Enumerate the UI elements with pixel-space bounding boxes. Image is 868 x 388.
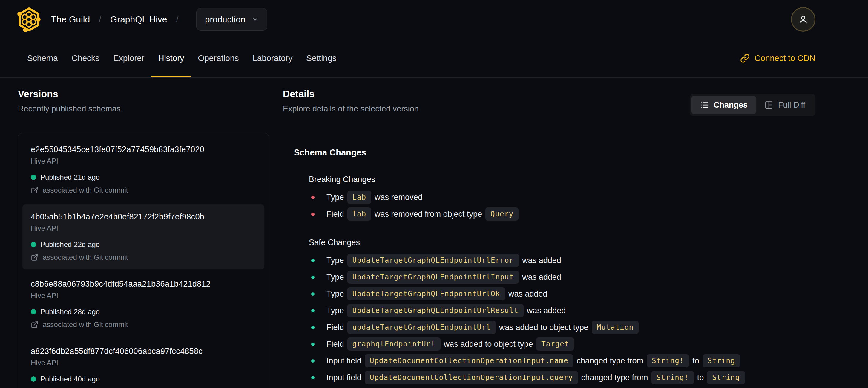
git-commit-link[interactable]: associated with Git commit	[31, 321, 256, 329]
change-bullet	[311, 292, 314, 296]
change-row: FieldgraphqlEndpointUrlwas added to obje…	[311, 337, 815, 351]
published-time: Published 40d ago	[40, 375, 100, 383]
version-item[interactable]: 4b05ab51b1b4a7e2e4b0ef82172f2b9f7ef98c0b…	[22, 205, 265, 269]
changes-toggle-label: Changes	[714, 100, 748, 110]
breadcrumb-project[interactable]: GraphQL Hive	[110, 14, 167, 25]
version-item[interactable]: e2e55045345ce13fe07f52a77459b83fa3fe7020…	[22, 137, 265, 202]
version-hash: c8b6e88a06793b9c4dfd54aaa21b36a1b421d812	[31, 279, 256, 289]
details-subtitle: Explore details of the selected version	[283, 104, 419, 114]
schema-token: Mutation	[592, 321, 639, 334]
list-icon	[700, 100, 709, 110]
page-tabs-bar: SchemaChecksExplorerHistoryOperationsLab…	[0, 39, 868, 78]
change-bullet	[311, 196, 314, 199]
change-text: was added to object type	[499, 323, 588, 332]
external-link-icon	[31, 253, 38, 261]
schema-changes-section: Schema Changes Breaking Changes TypeLabw…	[294, 148, 815, 384]
service-name: Hive API	[31, 157, 256, 165]
app-header: The Guild / GraphQL Hive / production	[0, 0, 868, 39]
published-status-dot	[31, 242, 36, 247]
change-text: Type	[327, 289, 344, 299]
service-name: Hive API	[31, 292, 256, 300]
change-text: was added	[522, 256, 561, 265]
tab-checks[interactable]: Checks	[65, 39, 106, 78]
connect-to-cdn-label: Connect to CDN	[754, 54, 815, 63]
service-name: Hive API	[31, 359, 256, 367]
view-mode-toggle: Changes Full Diff	[690, 94, 815, 116]
chevron-down-icon	[251, 16, 259, 23]
tab-operations[interactable]: Operations	[191, 39, 246, 78]
breadcrumb-org[interactable]: The Guild	[51, 14, 90, 25]
external-link-icon	[31, 321, 38, 329]
change-row: FieldupdateTargetGraphQLEndpointUrlwas a…	[311, 321, 815, 334]
details-panel: Details Explore details of the selected …	[283, 88, 815, 388]
changes-toggle-button[interactable]: Changes	[691, 96, 756, 114]
change-text: to	[692, 356, 699, 365]
link-icon	[740, 54, 750, 63]
published-time: Published 28d ago	[40, 307, 100, 316]
schema-token: String	[703, 354, 740, 367]
change-bullet	[311, 326, 314, 329]
change-text: changed type from	[577, 356, 643, 365]
change-row: TypeUpdateTargetGraphQLEndpointUrlOkwas …	[311, 287, 815, 300]
breadcrumb-separator: /	[176, 14, 179, 24]
change-text: Field	[327, 323, 344, 332]
tab-history[interactable]: History	[151, 39, 191, 78]
user-menu-button[interactable]	[791, 7, 815, 32]
safe-changes-title: Safe Changes	[309, 238, 815, 247]
version-hash: a823f6db2a55df877dcf406006abca97fcc4858c	[31, 347, 256, 356]
change-row: Input fieldUpdateDocumentCollectionOpera…	[311, 371, 815, 384]
safe-changes-list: TypeUpdateTargetGraphQLEndpointUrlErrorw…	[311, 254, 815, 384]
breaking-changes-title: Breaking Changes	[309, 175, 815, 184]
breadcrumb-separator: /	[99, 14, 101, 24]
full-diff-toggle-button[interactable]: Full Diff	[756, 96, 814, 114]
breaking-changes-list: TypeLabwas removedFieldlabwas removed fr…	[311, 191, 815, 220]
schema-changes-title: Schema Changes	[294, 148, 815, 157]
versions-panel: Versions Recently published schemas. e2e…	[18, 88, 269, 388]
schema-token: UpdateTargetGraphQLEndpointUrlError	[347, 254, 519, 267]
tab-explorer[interactable]: Explorer	[106, 39, 151, 78]
change-text: Field	[327, 339, 344, 349]
change-bullet	[311, 376, 314, 379]
connect-to-cdn-button[interactable]: Connect to CDN	[740, 39, 815, 78]
change-text: Input field	[327, 356, 362, 365]
change-text: was added	[527, 306, 566, 316]
versions-title: Versions	[18, 88, 269, 99]
version-item[interactable]: c8b6e88a06793b9c4dfd54aaa21b36a1b421d812…	[22, 272, 265, 336]
change-text: changed type from	[581, 373, 648, 382]
version-item[interactable]: a823f6db2a55df877dcf406006abca97fcc4858c…	[22, 339, 265, 388]
change-bullet	[311, 359, 314, 363]
schema-token: UpdateTargetGraphQLEndpointUrlResult	[347, 304, 524, 317]
change-text: Type	[327, 256, 344, 265]
schema-token: UpdateTargetGraphQLEndpointUrlInput	[347, 271, 519, 284]
schema-token: String!	[651, 371, 694, 384]
versions-list: e2e55045345ce13fe07f52a77459b83fa3fe7020…	[18, 133, 269, 388]
change-row: Input fieldUpdateDocumentCollectionOpera…	[311, 354, 815, 367]
full-diff-toggle-label: Full Diff	[778, 100, 805, 110]
change-text: Type	[327, 193, 344, 202]
schema-token: Query	[485, 207, 519, 220]
schema-token: String!	[647, 354, 689, 367]
tab-laboratory[interactable]: Laboratory	[246, 39, 299, 78]
published-time: Published 21d ago	[40, 173, 100, 181]
git-commit-link[interactable]: associated with Git commit	[31, 186, 256, 194]
schema-token: UpdateDocumentCollectionOperationInput.n…	[365, 354, 573, 367]
change-text: Type	[327, 306, 344, 316]
change-text: was removed	[375, 193, 423, 202]
target-selector[interactable]: production	[196, 8, 267, 31]
published-time: Published 22d ago	[40, 240, 100, 249]
change-row: TypeUpdateTargetGraphQLEndpointUrlErrorw…	[311, 254, 815, 267]
change-text: was removed from object type	[375, 210, 482, 219]
tab-settings[interactable]: Settings	[299, 39, 343, 78]
schema-token: UpdateTargetGraphQLEndpointUrlOk	[347, 287, 505, 300]
published-status-dot	[31, 376, 36, 382]
change-bullet	[311, 212, 314, 216]
target-selector-value: production	[205, 14, 245, 25]
git-commit-label: associated with Git commit	[43, 253, 128, 262]
git-commit-link[interactable]: associated with Git commit	[31, 253, 256, 262]
schema-token: Target	[536, 337, 574, 351]
version-hash: e2e55045345ce13fe07f52a77459b83fa3fe7020	[31, 145, 256, 154]
user-icon	[798, 14, 809, 25]
tab-schema[interactable]: Schema	[20, 39, 65, 78]
guild-hive-logo-icon[interactable]	[17, 7, 41, 32]
change-text: to	[697, 373, 704, 382]
